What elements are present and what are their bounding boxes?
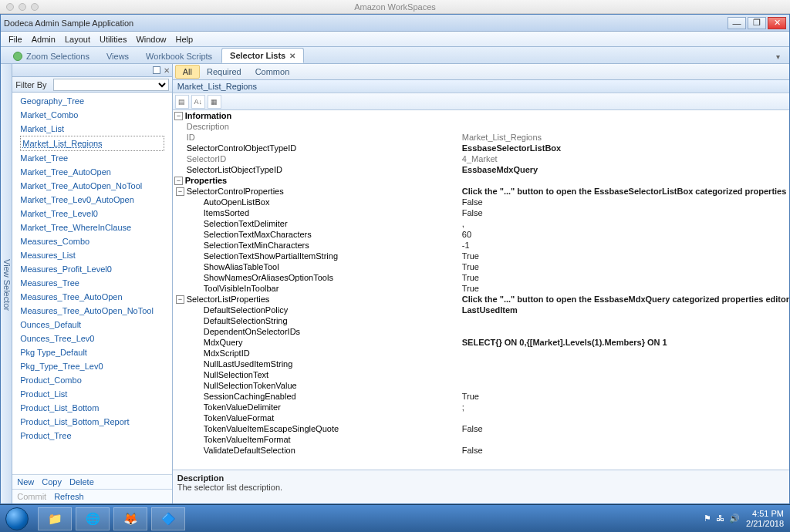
sidebar-item[interactable]: Product_Tree	[20, 429, 164, 443]
sidebar-item[interactable]: Market_Combo	[20, 108, 164, 122]
mac-close[interactable]	[6, 3, 14, 11]
sidebar-item[interactable]: Product_List_Bottom_Report	[20, 415, 164, 429]
tab-workbook-scripts[interactable]: Workbook Scripts	[138, 49, 220, 63]
windows-icon	[5, 507, 29, 530]
filter-select[interactable]	[53, 79, 169, 91]
menu-layout[interactable]: Layout	[60, 35, 95, 44]
document-tabs: Zoom Selections Views Workbook Scripts S…	[1, 47, 789, 64]
selector-list[interactable]: Geography_TreeMarket_ComboMarket_ListMar…	[12, 93, 171, 474]
close-icon[interactable]: ✕	[164, 66, 170, 75]
sidebar-item[interactable]: Ounces_Tree_Lev0	[20, 332, 164, 345]
sidebar-item[interactable]: Measures_Tree_AutoOpen	[20, 290, 164, 304]
scope-required[interactable]: Required	[200, 66, 248, 78]
tray-network-icon[interactable]: 🖧	[716, 513, 724, 524]
app-titlebar: Dodeca Admin Sample Application — ❐ ✕	[1, 15, 789, 32]
sidebar-item[interactable]: Measures_Combo	[20, 234, 164, 248]
menu-utilities[interactable]: Utilities	[95, 35, 131, 44]
sidebar-item[interactable]: Ounces_Default	[20, 318, 164, 332]
sidebar: ✕ Filter By Geography_TreeMarket_ComboMa…	[12, 64, 172, 503]
description-text: The selector list description.	[177, 483, 785, 492]
sidebar-item[interactable]: Measures_List	[20, 248, 164, 262]
scope-common[interactable]: Common	[248, 66, 297, 78]
taskbar-explorer[interactable]: 📁	[38, 507, 72, 530]
sidebar-item[interactable]: Measures_Tree_AutoOpen_NoTool	[20, 304, 164, 318]
sidebar-item[interactable]: Market_List_Regions	[20, 136, 164, 151]
sidebar-item[interactable]: Pkg Type_Default	[20, 345, 164, 359]
mac-zoom[interactable]	[31, 3, 39, 11]
start-button[interactable]	[0, 505, 34, 533]
view-selector-strip[interactable]: View Selector	[1, 64, 12, 503]
sidebar-item[interactable]: Market_Tree_AutoOpen	[20, 165, 164, 179]
property-grid[interactable]: −InformationDescriptionIDMarket_List_Reg…	[173, 110, 789, 470]
sidebar-item[interactable]: Geography_Tree	[20, 94, 164, 108]
sidebar-item[interactable]: Market_Tree_AutoOpen_NoTool	[20, 179, 164, 193]
new-button[interactable]: New	[17, 477, 34, 487]
breadcrumb: Market_List_Regions	[173, 80, 789, 93]
clock[interactable]: 4:51 PM 2/21/2018	[746, 509, 784, 528]
sidebar-item[interactable]: Pkg_Type_Tree_Lev0	[20, 359, 164, 373]
sidebar-item[interactable]: Market_Tree	[20, 151, 164, 165]
close-icon[interactable]: ✕	[289, 52, 295, 60]
sidebar-item[interactable]: Market_List	[20, 122, 164, 136]
tab-views[interactable]: Views	[99, 49, 137, 63]
scope-all[interactable]: All	[175, 65, 200, 79]
menubar: File Admin Layout Utilities Window Help	[1, 32, 789, 47]
menu-file[interactable]: File	[4, 35, 27, 44]
maximize-button[interactable]: ❐	[748, 17, 766, 29]
taskbar-firefox[interactable]: 🦊	[113, 507, 147, 530]
mac-minimize[interactable]	[19, 3, 26, 11]
alphabetical-icon[interactable]: A↓	[191, 95, 205, 109]
categorized-icon[interactable]: ▤	[175, 95, 189, 109]
pin-icon[interactable]	[153, 66, 160, 74]
menu-window[interactable]: Window	[131, 35, 170, 44]
sidebar-item[interactable]: Measures_Profit_Level0	[20, 262, 164, 276]
commit-button: Commit	[17, 492, 46, 501]
filter-label: Filter By	[12, 80, 49, 89]
sidebar-item[interactable]: Market_Tree_WhereInClause	[20, 221, 164, 234]
tray-flag-icon[interactable]: ⚑	[704, 513, 711, 524]
app-title: Dodeca Admin Sample Application	[4, 19, 133, 28]
check-icon	[13, 52, 22, 61]
taskbar: 📁 🌐 🦊 🔷 ⚑ 🖧 🔊 4:51 PM 2/21/2018	[0, 504, 790, 532]
menu-help[interactable]: Help	[171, 35, 198, 44]
sidebar-item[interactable]: Measures_Tree	[20, 276, 164, 290]
delete-button[interactable]: Delete	[69, 477, 94, 487]
main-panel: All Required Common Market_List_Regions …	[173, 64, 789, 503]
description-title: Description	[177, 473, 785, 483]
tab-zoom-selections[interactable]: Zoom Selections	[5, 49, 97, 63]
tab-selector-lists[interactable]: Selector Lists✕	[221, 48, 304, 63]
sidebar-item[interactable]: Product_List_Bottom	[20, 401, 164, 415]
close-button[interactable]: ✕	[768, 17, 786, 29]
taskbar-app[interactable]: 🔷	[151, 507, 185, 530]
taskbar-ie[interactable]: 🌐	[76, 507, 110, 530]
sidebar-item[interactable]: Market_Tree_Level0	[20, 207, 164, 221]
sidebar-item[interactable]: Product_List	[20, 387, 164, 401]
outer-titlebar: Amazon WorkSpaces	[0, 0, 790, 14]
sidebar-item[interactable]: Market_Tree_Lev0_AutoOpen	[20, 193, 164, 207]
property-pages-icon[interactable]: ▦	[208, 95, 221, 109]
description-pane: Description The selector list descriptio…	[173, 470, 789, 503]
sidebar-item[interactable]: Product_Combo	[20, 373, 164, 387]
refresh-button[interactable]: Refresh	[54, 492, 84, 501]
tabs-menu-icon[interactable]: ▾	[771, 50, 785, 63]
outer-title: Amazon WorkSpaces	[0, 2, 790, 12]
menu-admin[interactable]: Admin	[27, 35, 60, 44]
tray-sound-icon[interactable]: 🔊	[729, 513, 740, 524]
copy-button[interactable]: Copy	[42, 477, 62, 487]
minimize-button[interactable]: —	[728, 17, 746, 29]
